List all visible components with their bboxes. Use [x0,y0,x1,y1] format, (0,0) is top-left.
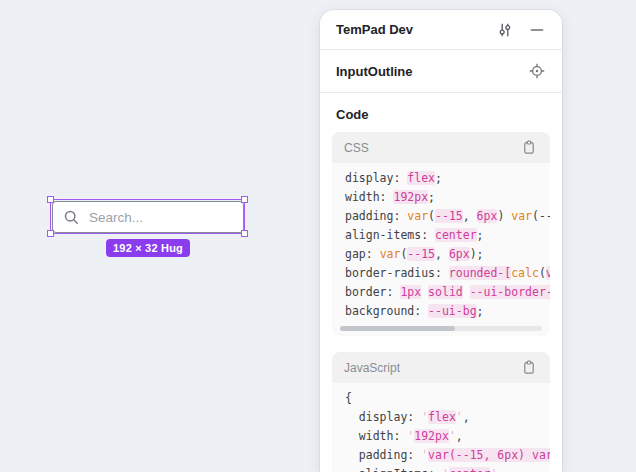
code-section-title: Code [336,107,546,122]
code-line: alignItems: 'center', [345,465,537,472]
code-line: display: flex; [345,169,537,188]
sliders-icon[interactable] [496,21,514,39]
code-line: display: 'flex', [345,408,537,427]
panel-title: TemPad Dev [336,22,482,37]
code-line: padding: 'var(--15, 6px) var [345,446,537,465]
size-badge: 192 × 32 Hug [106,239,190,257]
css-code-body: display: flex;width: 192px;padding: var(… [332,163,550,323]
selected-node-name: InputOutline [336,64,528,79]
horizontal-scrollbar [332,323,550,336]
tempad-dev-panel: TemPad Dev InputOutline [320,10,562,472]
javascript-code-body: { display: 'flex', width: '192px', paddi… [332,383,550,472]
code-line: width: '192px', [345,427,537,446]
search-placeholder: Search... [89,210,143,225]
code-line: border-radius: rounded-[calc(v [345,264,537,283]
code-line: border: 1px solid --ui-border- [345,283,537,302]
panel-header: TemPad Dev [320,10,562,49]
code-line: background: --ui-bg; [345,302,537,321]
selection-handle-top-right[interactable] [241,196,248,203]
target-icon[interactable] [528,62,546,80]
scrollbar-track[interactable] [340,326,542,331]
css-card-label: CSS [344,141,520,155]
code-line: width: 192px; [345,188,537,207]
code-line: { [345,389,537,408]
selection-handle-bottom-right[interactable] [241,230,248,237]
selected-node-row: InputOutline [320,50,562,92]
javascript-card-header: JavaScript [332,352,550,383]
code-line: padding: var(--15, 6px) var(-- [345,207,537,226]
code-section: Code CSS display: flex;width: 192px;padd… [320,93,562,472]
css-card-header: CSS [332,132,550,163]
clipboard-icon[interactable] [520,139,538,157]
javascript-card-label: JavaScript [344,361,520,375]
code-line: gap: var(--15, 6px); [345,245,537,264]
minimize-icon[interactable] [528,21,546,39]
javascript-code-card: JavaScript { display: 'flex', width: '19… [332,352,550,472]
selection-handle-top-left[interactable] [47,196,54,203]
search-input-component[interactable]: Search... [52,201,244,233]
clipboard-icon[interactable] [520,359,538,377]
css-code-card: CSS display: flex;width: 192px;padding: … [332,132,550,336]
scrollbar-thumb[interactable] [340,326,455,331]
code-line: align-items: center; [345,226,537,245]
magnifier-icon [63,209,80,226]
selection-handle-bottom-left[interactable] [47,230,54,237]
